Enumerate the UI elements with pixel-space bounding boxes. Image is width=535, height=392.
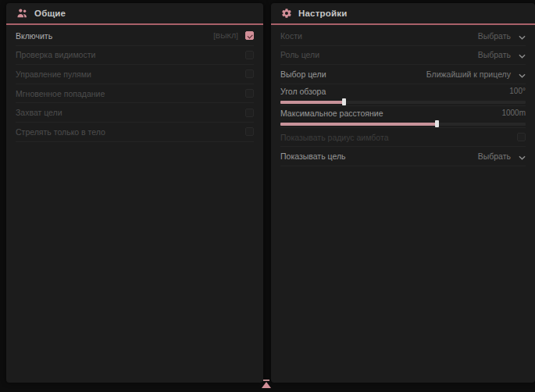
users-icon — [16, 8, 28, 19]
general-rows: Включить [ВЫКЛ] Проверка видимости Управ… — [6, 25, 263, 142]
body-only-checkbox[interactable] — [245, 127, 254, 136]
general-panel-header: Общие — [6, 3, 263, 25]
max-distance-group: Максимальное расстояние 1000m — [280, 106, 526, 128]
row-show-aimbot-radius[interactable]: Показывать радиус аимбота — [280, 128, 526, 148]
row-visibility-check[interactable]: Проверка видимости — [16, 46, 254, 66]
keybind-label[interactable]: [ВЫКЛ] — [213, 31, 238, 40]
show-target-dropdown[interactable]: Выбрать — [478, 149, 526, 163]
chevron-down-icon — [519, 149, 526, 163]
gear-icon — [281, 8, 292, 19]
target-role-dropdown[interactable]: Выбрать — [478, 48, 526, 62]
chevron-down-icon — [519, 29, 526, 43]
row-body-only[interactable]: Стрелять только в тело — [16, 123, 254, 142]
instant-hit-checkbox[interactable] — [245, 89, 254, 98]
row-bullet-control[interactable]: Управление пулями — [16, 65, 254, 84]
chevron-down-icon — [519, 48, 526, 62]
row-target-lock[interactable]: Захват цели — [16, 103, 254, 123]
row-instant-hit[interactable]: Мгновенное попадание — [16, 84, 254, 104]
chevron-down-icon — [519, 67, 526, 81]
row-enable[interactable]: Включить [ВЫКЛ] — [16, 27, 254, 46]
fov-value: 100° — [509, 87, 526, 95]
row-show-target[interactable]: Показывать цель Выбрать — [280, 147, 526, 166]
bullet-control-checkbox[interactable] — [245, 69, 254, 78]
row-target-select[interactable]: Выбор цели Ближайший к прицелу — [280, 65, 526, 84]
settings-rows: Кости Выбрать Роль цели Выбрать Выбор це… — [271, 25, 535, 166]
max-distance-slider[interactable] — [280, 120, 526, 128]
bones-dropdown[interactable]: Выбрать — [478, 29, 526, 43]
show-aimbot-radius-checkbox[interactable] — [517, 133, 526, 141]
enable-checkbox[interactable] — [245, 31, 254, 40]
max-distance-slider-handle[interactable] — [435, 120, 439, 127]
visibility-check-checkbox[interactable] — [245, 51, 254, 59]
cursor-indicator — [261, 379, 272, 388]
general-panel-title: Общие — [34, 9, 66, 18]
settings-panel-header: Настройки — [271, 3, 535, 25]
target-select-dropdown[interactable]: Ближайший к прицелу — [426, 67, 526, 81]
target-lock-checkbox[interactable] — [245, 109, 254, 117]
settings-panel-title: Настройки — [298, 9, 347, 18]
fov-slider[interactable] — [280, 98, 526, 106]
row-target-role[interactable]: Роль цели Выбрать — [280, 46, 526, 66]
row-bones[interactable]: Кости Выбрать — [280, 27, 526, 46]
settings-panel: Настройки Кости Выбрать Роль цели Выбрат… — [271, 3, 535, 383]
general-panel: Общие Включить [ВЫКЛ] Проверка видимости… — [6, 3, 263, 383]
fov-slider-handle[interactable] — [342, 98, 346, 105]
max-distance-value: 1000m — [501, 109, 526, 117]
fov-group: Угол обзора 100° — [280, 84, 526, 106]
